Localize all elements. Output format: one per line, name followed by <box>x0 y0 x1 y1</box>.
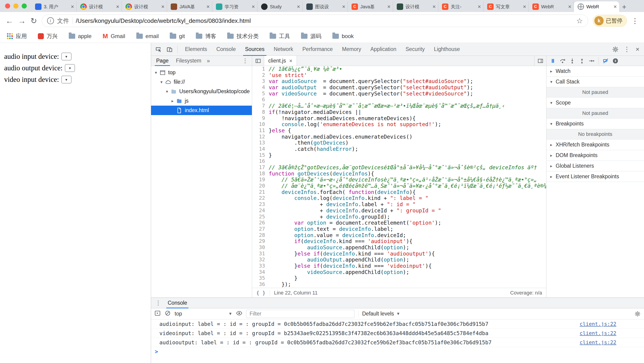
devtools-close-icon[interactable]: × <box>634 46 642 53</box>
tree-expander-icon[interactable]: ▾ <box>158 80 164 85</box>
bookmark-item[interactable]: 万兴 <box>38 32 58 40</box>
console-source-link[interactable]: client.js:22 <box>573 340 616 345</box>
back-icon[interactable]: ← <box>6 16 14 25</box>
section-xhr-fetch-breakpoints[interactable]: ▸XHR/fetch Breakpoints <box>546 140 644 150</box>
section-dom-breakpoints[interactable]: ▸DOM Breakpoints <box>546 150 644 161</box>
browser-tab[interactable]: 设计模× <box>122 2 167 12</box>
tab-close-icon[interactable]: × <box>342 4 345 10</box>
code-line[interactable]: 5var videoSource = document.querySelecto… <box>252 91 546 97</box>
new-tab-button[interactable]: + <box>619 2 629 12</box>
tab-close-icon[interactable]: × <box>614 4 617 10</box>
code-line[interactable]: 2'use strict' <box>252 72 546 78</box>
device-toolbar-icon[interactable] <box>164 44 174 54</box>
more-tabs-icon[interactable]: » <box>205 58 212 64</box>
browser-tab[interactable]: 学习资× <box>212 2 258 12</box>
code-line[interactable]: 16 <box>252 158 546 164</box>
reload-icon[interactable]: ↻ <box>30 16 37 25</box>
tab-close-icon[interactable]: × <box>432 4 436 10</box>
code-line[interactable]: 26 var option = document.createElement('… <box>252 220 546 226</box>
browser-tab[interactable]: CWebR× <box>529 2 574 12</box>
devtools-tab-security[interactable]: Security <box>401 43 429 56</box>
code-line[interactable]: 30 audioSource.appendChild(option); <box>252 244 546 251</box>
tab-close-icon[interactable]: × <box>161 4 164 10</box>
tree-item-index-html[interactable]: index.html <box>151 106 252 115</box>
section-global-listeners[interactable]: ▸Global Listeners <box>546 161 644 171</box>
bookmark-item[interactable]: git <box>170 33 185 40</box>
deactivate-breakpoints-icon[interactable] <box>601 56 610 66</box>
code-line[interactable]: 27 option.text = deviceInfo.label; <box>252 226 546 232</box>
devtools-tab-performance[interactable]: Performance <box>298 43 338 56</box>
tree-item-js[interactable]: ▸js <box>151 96 252 106</box>
chevron-down-icon[interactable]: ▾ <box>549 121 553 126</box>
browser-tab[interactable]: 设计模× <box>393 2 438 12</box>
browser-tab[interactable]: Study× <box>258 2 302 12</box>
code-line[interactable]: 25 + deviceInfo.groupId); <box>252 214 546 220</box>
chevron-right-icon[interactable]: ▸ <box>549 153 553 158</box>
code-line[interactable]: 12 navigator.mediaDevices.enumerateDevic… <box>252 134 546 140</box>
close-file-icon[interactable]: × <box>289 58 292 64</box>
tree-expander-icon[interactable]: ▾ <box>153 70 159 75</box>
code-line[interactable]: 4var audioOutput = document.querySelecto… <box>252 84 546 91</box>
console-source-link[interactable]: client.js:22 <box>573 321 616 327</box>
profile-chip[interactable]: k 已暂停 <box>593 15 627 27</box>
browser-tab[interactable]: CJava基× <box>348 2 393 12</box>
pause-on-exceptions-icon[interactable] <box>611 56 620 66</box>
devtools-tab-sources[interactable]: Sources <box>240 43 269 56</box>
tree-expander-icon[interactable]: ▾ <box>164 89 170 94</box>
tab-close-icon[interactable]: × <box>116 4 119 10</box>
browser-tab[interactable]: 3. 用户× <box>31 2 76 12</box>
chevron-right-icon[interactable]: ▸ <box>549 142 553 147</box>
console-settings-icon[interactable] <box>634 311 641 317</box>
bookmark-item[interactable]: book <box>332 33 354 40</box>
code-line[interactable]: 22 console.log(deviceInfo.kind + ": labe… <box>252 195 546 201</box>
bookmark-item[interactable]: 博客 <box>196 32 216 40</box>
bookmark-item[interactable]: apple <box>69 33 92 40</box>
browser-tab[interactable]: C关注-× <box>438 2 484 12</box>
code-editor[interactable]: 1// 1ã€ä½¿ç”¨ä¸¥æ ¼è¯­æ³•2'use strict'3v… <box>252 66 546 288</box>
tree-item-top[interactable]: ▾top <box>151 68 252 77</box>
code-line[interactable]: 28 option.value = deviceInfo.deviceId; <box>252 232 546 238</box>
tab-close-icon[interactable]: × <box>523 4 526 10</box>
bookmark-item[interactable]: 工具 <box>270 32 290 40</box>
bookmark-item[interactable]: MGmail <box>103 32 125 40</box>
step-icon[interactable] <box>587 56 596 66</box>
devtools-tab-network[interactable]: Network <box>269 43 298 56</box>
log-levels-selector[interactable]: Default levels ▼ <box>362 311 400 317</box>
code-line[interactable]: 15} <box>252 152 546 158</box>
code-line[interactable]: 3var audioSource = document.querySelecto… <box>252 78 546 84</box>
code-line[interactable]: 11}else { <box>252 128 546 134</box>
code-line[interactable]: 24 + deviceInfo.deviceId + ": groupId = … <box>252 208 546 214</box>
tree-expander-icon[interactable]: ▸ <box>170 98 176 104</box>
console-context-selector[interactable]: top ▼ <box>174 311 232 317</box>
code-line[interactable]: 14 .catch(handleError); <box>252 146 546 152</box>
code-line[interactable]: 19 // 5ã€ä»Žæˆ'ä»¬æ‹¿åˆ°deviceInfosè¿™ä¸… <box>252 177 546 183</box>
code-line[interactable]: 7// 2ã€é¦–å…ˆåˆ¤æ–­æµè§ˆå™¨æ˜¯å¦æ”¯æŒæ­¤… <box>252 103 546 109</box>
device-select[interactable]: ▾ <box>61 52 72 60</box>
section-scope[interactable]: ▾Scope <box>546 98 644 108</box>
address-bar[interactable]: i 文件 /Users/kongyulu/Desktop/code/webrtc… <box>42 14 588 27</box>
close-window-button[interactable] <box>5 4 10 8</box>
clear-console-icon[interactable] <box>164 310 171 318</box>
code-line[interactable]: 31 }else if(deviceInfo.kind === 'audioou… <box>252 251 546 257</box>
sidebar-tab-filesystem[interactable]: Filesystem <box>172 56 205 66</box>
code-line[interactable]: 1// 1ã€ä½¿ç”¨ä¸¥æ ¼è¯­æ³• <box>252 66 546 72</box>
console-source-link[interactable]: client.js:22 <box>573 330 616 336</box>
debugger-toggle-icon[interactable] <box>534 56 546 66</box>
bookmark-item[interactable]: 应用 <box>7 32 27 40</box>
tab-close-icon[interactable]: × <box>478 4 481 10</box>
code-line[interactable]: 18function gotDevices(deviceInfos){ <box>252 171 546 177</box>
devtools-menu-icon[interactable]: ⋮ <box>622 46 632 53</box>
code-line[interactable]: 23 + deviceInfo.label + ": id = " <box>252 201 546 208</box>
minimize-window-button[interactable] <box>14 4 18 8</box>
device-select[interactable]: ▾ <box>61 76 72 84</box>
code-line[interactable]: 8if(!navigator.mediaDevices || <box>252 109 546 115</box>
chevron-down-icon[interactable]: ▾ <box>549 100 553 106</box>
device-select[interactable]: ▾ <box>65 64 75 72</box>
code-line[interactable]: 21 deviceInfos.forEach( function(deviceI… <box>252 189 546 195</box>
inspect-element-icon[interactable] <box>154 44 164 54</box>
devtools-tab-memory[interactable]: Memory <box>338 43 366 56</box>
sidebar-tab-page[interactable]: Page <box>152 56 172 66</box>
browser-menu-icon[interactable]: ⋮ <box>632 17 638 25</box>
browser-tab[interactable]: WebR× <box>574 2 619 12</box>
tab-close-icon[interactable]: × <box>71 4 74 10</box>
